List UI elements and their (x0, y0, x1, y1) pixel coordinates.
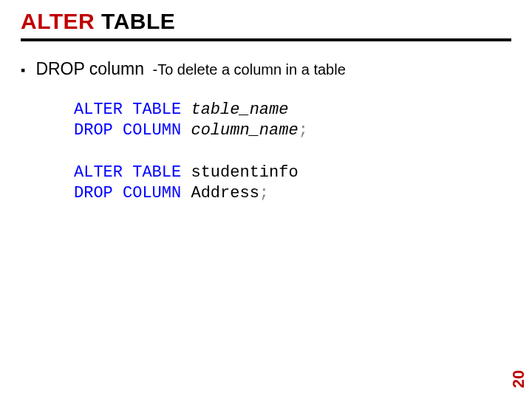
sql-placeholder: table_name (191, 100, 288, 119)
sql-identifier: Address (191, 184, 259, 202)
sql-semicolon: ; (259, 184, 269, 202)
bullet-desc-text: -To delete a column in a table (149, 61, 346, 78)
sql-keyword: DROP COLUMN (74, 121, 191, 140)
sql-placeholder: column_name (191, 121, 298, 140)
bullet-strong-text: DROP column (35, 59, 144, 78)
slide: ALTER TABLE ▪ DROP column -To delete a c… (0, 0, 532, 399)
sql-keyword: ALTER TABLE (74, 100, 191, 119)
code-line: DROP COLUMN Address; (74, 183, 511, 204)
title-rest: TABLE (95, 9, 175, 33)
bullet-marker-icon: ▪ (21, 64, 25, 77)
sql-identifier: studentinfo (191, 163, 298, 182)
code-block-example: ALTER TABLE studentinfo DROP COLUMN Addr… (74, 163, 511, 203)
sql-semicolon: ; (299, 121, 308, 140)
title-accent-letter: ALTER (21, 9, 95, 33)
code-line: ALTER TABLE table_name (74, 100, 511, 120)
slide-title: ALTER TABLE (21, 9, 511, 41)
page-number: 20 (509, 370, 528, 388)
sql-keyword: ALTER TABLE (74, 163, 191, 182)
bullet-text: DROP column -To delete a column in a tab… (35, 59, 345, 79)
code-line: DROP COLUMN column_name; (74, 120, 511, 141)
code-line: ALTER TABLE studentinfo (74, 163, 511, 183)
sql-keyword: DROP COLUMN (74, 184, 191, 202)
code-block-syntax: ALTER TABLE table_name DROP COLUMN colum… (74, 100, 511, 140)
bullet-item: ▪ DROP column -To delete a column in a t… (21, 59, 511, 79)
